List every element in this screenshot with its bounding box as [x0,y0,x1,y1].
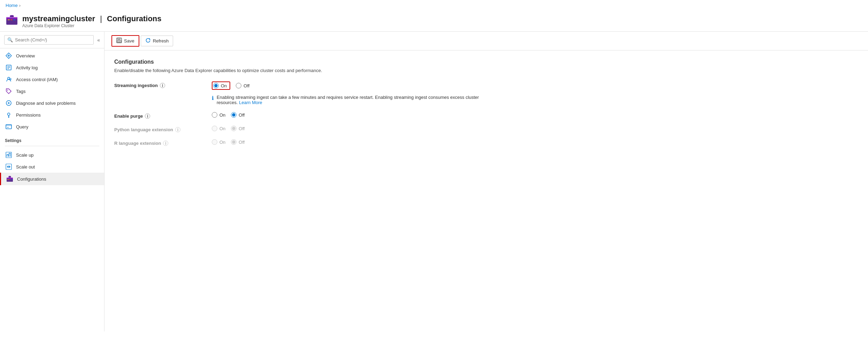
search-icon: 🔍 [7,37,13,42]
python-off-radio [231,126,237,131]
breadcrumb-sep: › [19,3,21,8]
access-control-icon [5,76,13,82]
r-radio-row: On Off [212,139,245,145]
purge-on-radio[interactable] [212,112,217,118]
streaming-on-radio[interactable] [213,83,219,88]
configurations-label: Configurations [17,176,46,182]
cluster-icon [6,14,18,29]
python-radio-row: On Off [212,126,245,131]
scale-up-icon [5,152,13,158]
breadcrumb: Home › [0,0,868,11]
refresh-icon [145,38,151,44]
refresh-button[interactable]: Refresh [141,36,173,46]
svg-rect-5 [10,19,13,20]
streaming-on-option[interactable]: On [213,83,227,88]
save-button[interactable]: Save [111,35,139,47]
streaming-info-icon[interactable]: i [160,83,165,88]
tags-icon [5,88,13,94]
svg-rect-35 [118,41,120,42]
sidebar-item-permissions[interactable]: Permissions [0,109,104,121]
query-label: Query [16,124,28,129]
configurations-icon [6,175,14,182]
svg-rect-33 [118,38,120,40]
config-row-python: Python language extension i On Off [114,126,858,132]
r-on-option[interactable]: On [212,139,225,145]
streaming-info-text: Enabling streaming ingest can take a few… [217,95,490,105]
python-on-label: On [219,126,225,131]
main-layout: 🔍 « Overview Activity log [0,32,868,331]
sidebar-item-diagnose[interactable]: Diagnose and solve problems [0,97,104,109]
streaming-on-label: On [221,83,227,88]
search-field[interactable] [15,37,91,42]
purge-off-option[interactable]: Off [231,112,245,118]
sidebar-item-activity-log[interactable]: Activity log [0,62,104,73]
sidebar-item-access-control[interactable]: Access control (IAM) [0,73,104,85]
svg-rect-30 [9,179,10,180]
title-block: mystreamingcluster | Configurations Azur… [22,14,162,28]
scale-up-label: Scale up [16,152,34,158]
cluster-name: mystreamingcluster [22,14,95,23]
streaming-radio-row: On Off [212,81,490,90]
collapse-button[interactable]: « [97,37,100,43]
page-title: mystreamingcluster | Configurations [22,14,162,23]
r-label-text: R language extension [114,141,161,146]
access-control-label: Access control (IAM) [16,77,58,82]
activity-log-icon [5,64,13,71]
breadcrumb-home[interactable]: Home [6,3,18,8]
cluster-subtitle: Azure Data Explorer Cluster [22,23,162,28]
purge-off-label: Off [239,112,245,118]
sidebar: 🔍 « Overview Activity log [0,32,104,331]
sidebar-item-query[interactable]: Query [0,121,104,133]
sidebar-item-tags[interactable]: Tags [0,85,104,97]
streaming-off-label: Off [243,83,249,88]
settings-section-label: Settings [0,134,104,144]
overview-label: Overview [16,53,35,58]
search-input-wrapper[interactable]: 🔍 [4,35,94,45]
purge-off-radio[interactable] [231,112,237,118]
activity-log-label: Activity log [16,65,38,70]
python-on-option[interactable]: On [212,126,225,131]
purge-label-text: Enable purge [114,113,143,119]
scale-out-label: Scale out [16,164,35,170]
section-title: Configurations [114,59,858,65]
streaming-off-radio[interactable] [236,83,241,88]
r-off-option[interactable]: Off [231,139,245,145]
python-off-option[interactable]: Off [231,126,245,131]
diagnose-label: Diagnose and solve problems [16,101,76,106]
purge-on-option[interactable]: On [212,112,225,118]
streaming-off-option[interactable]: Off [236,83,249,88]
r-on-label: On [219,140,225,145]
streaming-on-highlighted: On [212,81,230,90]
python-on-radio [212,126,217,131]
sidebar-item-overview[interactable]: Overview [0,50,104,62]
refresh-label: Refresh [153,38,169,44]
sidebar-item-configurations[interactable]: Configurations [0,173,104,185]
r-on-radio [212,139,217,145]
python-off-label: Off [239,126,245,131]
python-info-icon[interactable]: i [175,127,180,132]
query-icon [5,124,13,130]
r-info-icon[interactable]: i [163,141,168,146]
r-options: On Off [212,139,245,145]
svg-rect-6 [13,19,15,20]
info-circle-icon: ℹ [212,95,214,101]
sidebar-item-scale-up[interactable]: Scale up [0,149,104,161]
r-label: R language extension i [114,139,212,146]
python-options: On Off [212,126,245,131]
ade-cluster-svg [6,14,18,26]
svg-rect-31 [11,179,12,180]
purge-label: Enable purge i [114,112,212,119]
search-row: 🔍 « [0,32,104,48]
toolbar: Save Refresh [104,32,868,50]
streaming-info-box: ℹ Enabling streaming ingest can take a f… [212,95,490,105]
purge-options: On Off [212,112,245,118]
sidebar-item-scale-out[interactable]: Scale out [0,161,104,173]
config-title: Configurations [107,14,161,23]
learn-more-link[interactable]: Learn More [239,100,262,105]
svg-point-16 [7,90,8,91]
purge-info-icon[interactable]: i [145,113,150,119]
config-row-streaming: Streaming ingestion i On Off [114,81,858,105]
svg-rect-20 [6,125,11,126]
r-off-radio [231,139,237,145]
svg-rect-4 [8,19,10,20]
